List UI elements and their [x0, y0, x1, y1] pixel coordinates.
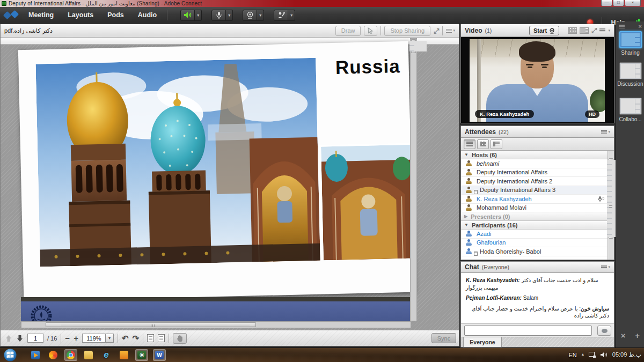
microphone-dropdown[interactable]: ▾	[226, 10, 233, 21]
raise-hand-icon[interactable]	[274, 10, 288, 21]
close-icon[interactable]: ×	[639, 23, 642, 29]
grid-view-icon[interactable]	[580, 27, 589, 34]
menu-layouts[interactable]: Layouts	[61, 7, 100, 24]
tab-everyone[interactable]: Everyone	[463, 337, 502, 348]
send-message-button[interactable]	[597, 326, 611, 336]
horizontal-scrollbar-thumb[interactable]	[46, 322, 256, 327]
rotate-right-icon[interactable]: ↷	[132, 334, 139, 342]
menu-meeting[interactable]: Meeting	[21, 7, 61, 24]
pod-menu-icon[interactable]	[599, 28, 605, 32]
divider	[143, 334, 143, 343]
word-icon[interactable]: W	[153, 349, 166, 361]
attendee-row[interactable]: behnami	[461, 159, 614, 168]
rotate-left-icon[interactable]: ↶	[122, 334, 129, 342]
zoom-out-icon[interactable]: −	[65, 334, 70, 342]
chat-pod-header: Chat (Everyone) ▾	[461, 262, 614, 273]
attendee-row[interactable]: Mohammad Molavi	[461, 204, 614, 213]
chat-pod-menu[interactable]: ▾	[601, 265, 610, 269]
hidden-icons-chevron-icon[interactable]: ▾	[582, 352, 584, 357]
menu-pods[interactable]: Pods	[100, 7, 131, 24]
window-titlebar: Deputy of International Affairs - معاونت…	[0, 0, 644, 7]
network-icon[interactable]	[589, 352, 596, 358]
screen-share-badge-icon	[474, 190, 478, 194]
layout-sharing[interactable]: Sharing	[616, 31, 644, 56]
webcam-icon[interactable]	[243, 10, 257, 21]
maximize-button[interactable]: □	[613, 0, 624, 6]
sync-button[interactable]: Sync	[431, 333, 456, 343]
layout-thumbnail	[619, 31, 642, 48]
delete-layout-icon[interactable]: ×	[621, 331, 626, 340]
attendee-row[interactable]: K. Reza Kashyzadeh	[461, 195, 614, 204]
stop-sharing-button[interactable]: Stop Sharing	[384, 26, 430, 36]
attendee-row[interactable]: Deputy International Affairs 2	[461, 177, 614, 186]
language-indicator[interactable]: EN	[569, 352, 577, 358]
fit-page-icon[interactable]	[147, 334, 154, 342]
share-pod-menu[interactable]: ▾	[446, 28, 455, 33]
close-button[interactable]: ×	[625, 0, 641, 6]
start-webcam-button[interactable]: Start	[529, 26, 559, 35]
divider	[167, 10, 167, 20]
grid-view-button[interactable]	[477, 139, 489, 149]
fullscreen-icon[interactable]: ⤢	[591, 27, 597, 34]
vertical-scrollbar[interactable]	[410, 38, 417, 321]
fit-width-icon[interactable]	[158, 334, 165, 342]
minimize-button[interactable]: —	[601, 0, 612, 6]
speaker-icon[interactable]	[180, 10, 195, 21]
adobe-connect-taskbar-icon[interactable]: ✳	[135, 349, 148, 361]
attendee-name: Deputy International Affairs	[477, 169, 547, 175]
divider	[380, 26, 381, 35]
pointer-tool-button[interactable]	[364, 26, 377, 36]
page-number-input[interactable]	[27, 334, 43, 343]
attendee-row[interactable]: Ghafourian	[461, 239, 614, 248]
clock[interactable]: 05:09 ب.ظ	[612, 351, 641, 358]
status-dropdown[interactable]: ▾	[288, 10, 295, 21]
fullscreen-icon[interactable]: ⤢	[434, 27, 439, 34]
next-page-button[interactable]	[16, 335, 24, 342]
participants-section-header[interactable]: ▼ Participants (16)	[461, 221, 614, 230]
attendee-row[interactable]: Azadi	[461, 230, 614, 239]
webcam-dropdown[interactable]: ▾	[257, 10, 264, 21]
list-view-button[interactable]	[464, 139, 475, 149]
chevron-down-icon[interactable]: ▾	[106, 334, 114, 343]
attendee-row[interactable]: Deputy International Affairs 3	[461, 186, 614, 195]
adobe-connect-window: Deputy of International Affairs - معاونت…	[0, 0, 644, 362]
layout-menu-icon[interactable]	[619, 25, 625, 28]
hand-tool-button[interactable]	[173, 333, 187, 344]
filmstrip-view-icon[interactable]	[568, 27, 577, 34]
horizontal-scrollbar[interactable]	[21, 321, 411, 328]
status-view-button[interactable]	[491, 139, 502, 149]
attendees-scrollbar-thumb[interactable]	[609, 158, 613, 239]
layout-sidebar: × Sharing Discussion Collabo... × +	[616, 21, 644, 348]
attendee-row[interactable]: Hoda Ghoreishy- Babol	[461, 247, 614, 256]
draw-button[interactable]: Draw	[335, 26, 361, 36]
hosts-section-header[interactable]: ▼ Hosts (6)	[461, 151, 614, 159]
host-sharing-icon	[465, 187, 472, 193]
layout-thumbnail	[619, 62, 642, 79]
zoom-in-icon[interactable]: +	[74, 334, 78, 342]
host-icon	[465, 169, 472, 175]
start-button[interactable]	[2, 348, 18, 362]
menu-audio[interactable]: Audio	[131, 7, 164, 24]
attendees-scrollbar[interactable]	[608, 151, 614, 260]
firefox-icon[interactable]	[47, 349, 60, 361]
security-app-icon[interactable]	[118, 349, 130, 361]
speaker-dropdown[interactable]: ▾	[195, 10, 202, 21]
attendee-row[interactable]: Deputy International Affairs	[461, 168, 614, 178]
system-tray: EN ▾ 05:09 ب.ظ	[569, 348, 641, 362]
chat-input[interactable]	[464, 326, 592, 336]
chrome-icon[interactable]	[64, 349, 77, 361]
previous-page-button[interactable]	[5, 335, 12, 342]
microphone-icon[interactable]	[211, 10, 226, 21]
media-player-icon[interactable]	[29, 349, 42, 361]
add-layout-icon[interactable]: +	[635, 331, 640, 340]
layout-discussion[interactable]: Discussion	[616, 62, 644, 87]
internet-explorer-icon[interactable]: e	[100, 349, 113, 361]
zoom-select[interactable]: 119% ▾	[82, 334, 114, 343]
attendees-pod-menu[interactable]: ▾	[601, 130, 610, 134]
vertical-scrollbar-thumb[interactable]	[411, 39, 416, 53]
file-explorer-icon[interactable]	[82, 349, 95, 361]
layout-collaboration[interactable]: Collabo...	[616, 98, 644, 122]
page-separator	[21, 297, 411, 301]
presenters-section-header[interactable]: ▶ Presenters (0)	[461, 212, 614, 221]
volume-icon[interactable]	[601, 352, 608, 358]
